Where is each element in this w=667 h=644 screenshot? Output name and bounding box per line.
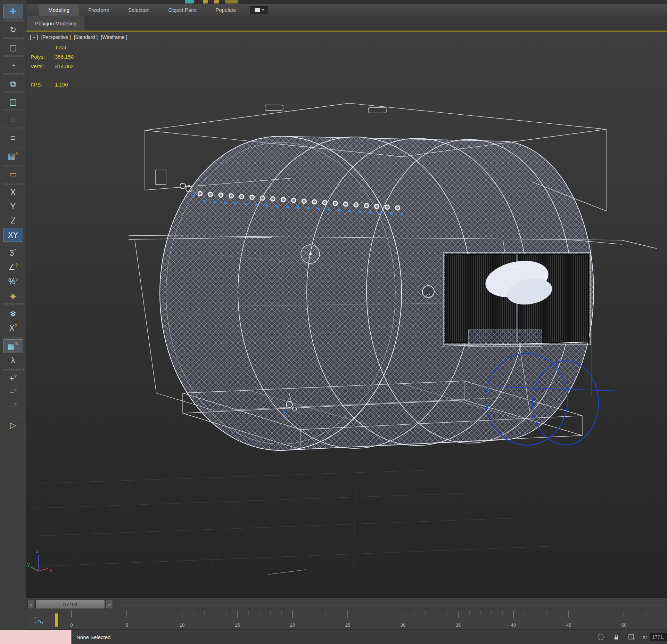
trackbar-tick-label: 0 xyxy=(70,622,73,628)
current-frame-marker[interactable] xyxy=(55,613,59,627)
axis-y-label: y xyxy=(27,562,30,567)
maxscript-mini-listener[interactable] xyxy=(0,630,72,644)
tool-rectangular-selection-region[interactable]: ▢ xyxy=(3,41,23,55)
track-bar[interactable]: 0 5 10 15 20 25 30 xyxy=(26,611,667,630)
tab-freeform[interactable]: Freeform xyxy=(79,4,119,16)
tick-text: 5 xyxy=(125,622,128,628)
tool-align[interactable]: ≡ xyxy=(3,131,23,145)
tool-icon: X xyxy=(9,324,14,332)
ribbon-tab-label: Freeform xyxy=(88,7,109,13)
tab-selection[interactable]: Selection xyxy=(119,4,159,16)
tool-button[interactable] xyxy=(3,368,24,371)
tab-object-paint[interactable]: Object Paint xyxy=(159,4,206,16)
selection-lock-icon[interactable] xyxy=(612,633,621,642)
tool-angle-snap[interactable]: ∠? xyxy=(3,260,23,274)
tool-edit-pivot[interactable]: ◔ xyxy=(3,59,23,73)
tick-text: 10 xyxy=(180,622,184,628)
tool-button[interactable] xyxy=(3,336,24,339)
transform-typein-icon[interactable] xyxy=(627,633,636,642)
tool-grid-edit[interactable]: ▦✎ xyxy=(3,339,23,353)
axis-z-label: z xyxy=(36,548,39,554)
tool-swap[interactable]: ◈ xyxy=(3,289,23,303)
tool-button[interactable] xyxy=(3,37,24,40)
stats-total-row: Total xyxy=(31,43,74,52)
tool-button[interactable] xyxy=(3,146,24,148)
drum-port-hole xyxy=(422,286,434,297)
tool-icon: ◔ xyxy=(11,62,15,70)
tool-icon: ▢ xyxy=(9,44,17,52)
stats-verts-row: Verts: 314.362 xyxy=(31,62,74,71)
tool-remove-point[interactable]: −? xyxy=(3,386,23,400)
viewport-menu-segment[interactable]: [ + ] xyxy=(30,34,38,40)
tool-freeze[interactable]: ❄ xyxy=(3,307,23,321)
tool-button[interactable] xyxy=(3,55,24,58)
tool-select-arrow[interactable]: ▷ xyxy=(3,418,23,432)
time-slider-handle[interactable]: 0 / 100 xyxy=(35,600,105,609)
perspective-viewport[interactable]: z y x [ + ] [Perspective ] [Standard ] [… xyxy=(26,32,667,597)
3ds-max-window: ✚ ↻ ▢ xyxy=(0,0,667,644)
tool-numeric-snap-3[interactable]: 3? xyxy=(3,246,23,260)
ribbon-overflow-button[interactable]: ▾ xyxy=(250,6,268,14)
tool-kinematic-chain[interactable]: λ xyxy=(3,353,23,367)
tool-select-and-move[interactable]: ✚ xyxy=(3,5,23,18)
tool-button[interactable] xyxy=(3,109,24,112)
trackbar-tick-label: 10 xyxy=(180,622,184,628)
tool-percent-snap[interactable]: %? xyxy=(3,275,23,288)
tool-button[interactable] xyxy=(3,182,24,185)
tool-button[interactable] xyxy=(3,243,24,245)
tool-icon: ≡ xyxy=(11,134,15,142)
viewport-menu-segment[interactable]: [Wireframe ] xyxy=(101,34,127,40)
previous-frame-button[interactable]: < xyxy=(27,600,34,609)
trackbar-tick-label: 35 xyxy=(456,622,461,628)
tab-populate[interactable]: Populate xyxy=(206,4,245,16)
scene-3d-model[interactable]: z y x xyxy=(26,32,667,597)
tool-clone[interactable]: ⧉ xyxy=(3,77,23,91)
tool-constraint-y[interactable]: Y xyxy=(3,199,23,213)
panel-tab-polygon-modeling[interactable]: Polygon Modeling xyxy=(27,16,84,31)
trackbar-tick-label: 30 xyxy=(401,622,405,628)
tool-constraint-xy[interactable]: XY xyxy=(3,228,23,242)
trackbar-tick-label: 45 xyxy=(566,622,571,628)
tool-add-point[interactable]: +? xyxy=(3,372,23,385)
tool-constraint-x[interactable]: X xyxy=(3,185,23,199)
tool-rotate[interactable]: ↻ xyxy=(3,23,23,36)
tick-text: 35 xyxy=(456,622,461,628)
tool-button[interactable] xyxy=(3,303,24,306)
tool-soft-selection[interactable]: ◌ xyxy=(3,113,23,127)
tab-modeling[interactable]: Modeling xyxy=(39,4,79,16)
time-slider-track[interactable] xyxy=(117,604,664,605)
stats-total-label: Total xyxy=(55,43,66,52)
stats-polys-label: Polys: xyxy=(31,52,55,62)
tool-button[interactable] xyxy=(3,73,24,76)
x-coordinate-field[interactable]: 1771, xyxy=(650,633,667,641)
next-frame-button[interactable]: > xyxy=(106,600,113,609)
tool-accent-icon: ? xyxy=(14,402,17,407)
tool-icon: + xyxy=(9,375,14,383)
time-slider: < 0 / 100 > xyxy=(26,597,667,611)
tool-accent-icon: ? xyxy=(15,324,17,328)
tick-text: 25 xyxy=(345,622,350,628)
selection-region-icon[interactable] xyxy=(596,633,606,642)
tool-mirror[interactable]: ◫ xyxy=(3,95,23,109)
clipped-toolbar-icon xyxy=(185,0,194,3)
tool-button[interactable] xyxy=(3,164,24,166)
tool-measure[interactable]: ▭ xyxy=(3,167,23,181)
viewport-menu-segment[interactable]: [Standard ] xyxy=(74,34,98,40)
tool-button[interactable] xyxy=(3,19,24,22)
tool-button[interactable] xyxy=(3,415,24,417)
x-coordinate-label: X: xyxy=(642,634,647,640)
trackbar-ruler[interactable]: 0 5 10 15 20 25 30 xyxy=(54,611,667,629)
trackbar-tick-label: 20 xyxy=(290,622,295,628)
tool-button[interactable] xyxy=(3,128,24,130)
tick-text: 50 xyxy=(621,622,626,628)
mini-curve-editor-button[interactable] xyxy=(26,611,54,629)
tool-accent-icon: ? xyxy=(14,388,17,393)
tool-autogrid[interactable]: ▦A xyxy=(3,149,23,163)
tool-remove-point-2[interactable]: −? xyxy=(3,400,23,414)
viewport-menu-segment[interactable]: [Perspective ] xyxy=(41,34,71,40)
tool-icon: XY xyxy=(8,231,18,239)
tool-accent-icon: ? xyxy=(15,277,18,282)
tool-button[interactable] xyxy=(3,91,24,94)
tool-constraint-z[interactable]: Z xyxy=(3,214,23,228)
tool-x-snap[interactable]: X? xyxy=(3,321,23,335)
